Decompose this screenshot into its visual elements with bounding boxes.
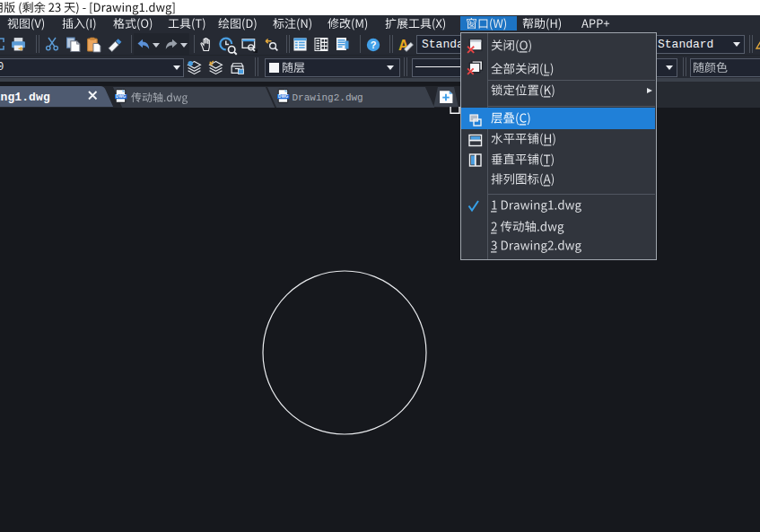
svg-text:?: ?	[370, 39, 376, 50]
svg-text:DWG: DWG	[116, 94, 127, 99]
svg-text:DWG: DWG	[278, 94, 289, 99]
